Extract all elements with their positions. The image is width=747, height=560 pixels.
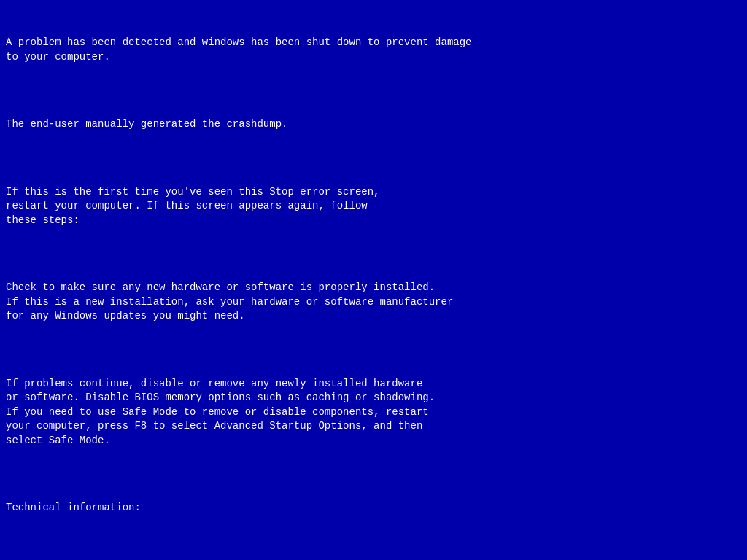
check-line1: Check to make sure any new hardware or s…: [6, 281, 435, 293]
problems-continue-paragraph: If problems continue, disable or remove …: [6, 377, 741, 448]
problems-line4: your computer, press F8 to select Advanc…: [6, 420, 422, 432]
first-time-line2: restart your computer. If this screen ap…: [6, 200, 368, 211]
bsod-screen: A problem has been detected and windows …: [6, 7, 741, 560]
first-time-line1: If this is the first time you've seen th…: [6, 186, 379, 198]
first-time-line3: these steps:: [6, 214, 80, 226]
header-paragraph: A problem has been detected and windows …: [6, 36, 741, 64]
problems-line5: select Safe Mode.: [6, 435, 110, 446]
header-line2: to your computer.: [6, 51, 110, 63]
check-hardware-paragraph: Check to make sure any new hardware or s…: [6, 281, 741, 324]
first-time-paragraph: If this is the first time you've seen th…: [6, 185, 741, 228]
crashdump-paragraph: The end-user manually generated the cras…: [6, 117, 741, 132]
problems-line3: If you need to use Safe Mode to remove o…: [6, 406, 429, 418]
crashdump-line: The end-user manually generated the cras…: [6, 118, 287, 130]
check-line3: for any Windows updates you might need.: [6, 310, 245, 322]
technical-info-paragraph: Technical information:: [6, 501, 741, 516]
problems-line1: If problems continue, disable or remove …: [6, 378, 422, 389]
problems-line2: or software. Disable BIOS memory options…: [6, 392, 435, 403]
check-line2: If this is a new installation, ask your …: [6, 296, 453, 308]
technical-label: Technical information:: [6, 502, 141, 513]
header-line1: A problem has been detected and windows …: [6, 36, 472, 48]
